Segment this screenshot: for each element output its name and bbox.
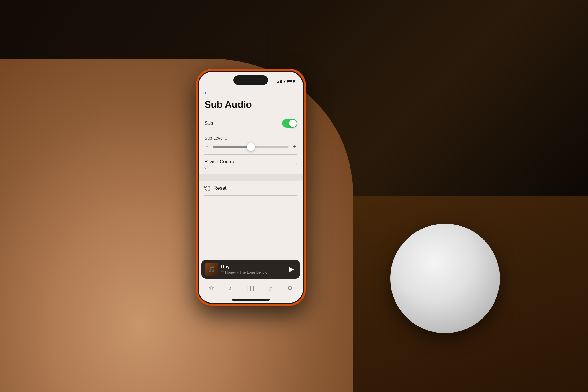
reset-icon (204, 185, 211, 191)
status-icons: ▾ (277, 79, 295, 84)
phone-body: ▾ ‹ S (198, 71, 304, 304)
plus-icon: + (292, 144, 297, 150)
tab-favorites[interactable]: ☆ (206, 283, 217, 293)
phase-control-row[interactable]: Phase Control 0° › (199, 155, 303, 174)
toggle-knob (289, 120, 297, 127)
phase-left: Phase Control 0° (204, 159, 235, 169)
content-area: ‹ Sub Audio Sub (199, 87, 303, 303)
sub-toggle[interactable] (282, 119, 297, 128)
favorites-icon: ☆ (209, 284, 214, 292)
sub-label: Sub (204, 120, 213, 126)
phone-device: ▾ ‹ S (196, 69, 306, 306)
back-arrow-icon[interactable]: ‹ (204, 89, 206, 96)
heart-icon: ♡ (221, 270, 224, 274)
rooms-icon: ||| (246, 285, 255, 291)
sonos-speaker (390, 224, 500, 333)
dynamic-island (233, 75, 268, 85)
slider-thumb[interactable] (247, 143, 255, 151)
track-info: Ray ♡ Honey • The Lone Bellow (221, 264, 283, 274)
settings-list: Sub Sub Level 0 − (199, 115, 303, 257)
now-playing-bar[interactable]: 🎵 Ray ♡ Honey • The Lone Bellow ▶ (201, 260, 300, 279)
track-name: Ray (221, 264, 283, 270)
sub-level-slider[interactable] (213, 146, 289, 148)
slider-fill (213, 146, 251, 148)
sub-level-label: Sub Level 0 (204, 135, 297, 140)
home-indicator (232, 299, 270, 301)
slider-row: − + (204, 144, 297, 150)
reset-label: Reset (214, 185, 226, 191)
battery-icon (287, 80, 295, 83)
tab-settings[interactable]: ⚙ (284, 283, 296, 293)
wifi-icon: ▾ (284, 79, 286, 84)
play-button[interactable]: ▶ (286, 264, 297, 274)
phone-case: ▾ ‹ S (196, 69, 306, 306)
settings-icon: ⚙ (287, 284, 293, 292)
divider-after-reset (204, 195, 297, 196)
sub-level-section: Sub Level 0 − + (199, 132, 303, 154)
minus-icon: − (204, 144, 210, 150)
track-artist: ♡ Honey • The Lone Bellow (221, 270, 283, 274)
track-artist-text: Honey • The Lone Bellow (225, 270, 267, 274)
phase-title: Phase Control (204, 159, 235, 165)
page-title: Sub Audio (199, 98, 303, 115)
phase-value: 0° (204, 165, 235, 169)
search-icon: ⌕ (269, 284, 273, 292)
signal-icon (277, 79, 282, 83)
chevron-right-icon: › (295, 161, 297, 167)
album-art: 🎵 (205, 263, 218, 276)
tab-bar: ☆ ♪ ||| ⌕ ⚙ (199, 281, 303, 299)
tab-rooms[interactable]: ||| (243, 284, 258, 293)
phone-screen: ▾ ‹ S (199, 72, 303, 303)
section-gap (199, 174, 303, 181)
music-icon: ♪ (229, 284, 232, 292)
tab-search[interactable]: ⌕ (266, 283, 276, 293)
nav-back[interactable]: ‹ (199, 87, 303, 98)
play-icon: ▶ (289, 265, 294, 273)
sub-toggle-row: Sub (199, 115, 303, 132)
reset-row[interactable]: Reset (199, 181, 303, 195)
tab-music[interactable]: ♪ (226, 283, 235, 293)
